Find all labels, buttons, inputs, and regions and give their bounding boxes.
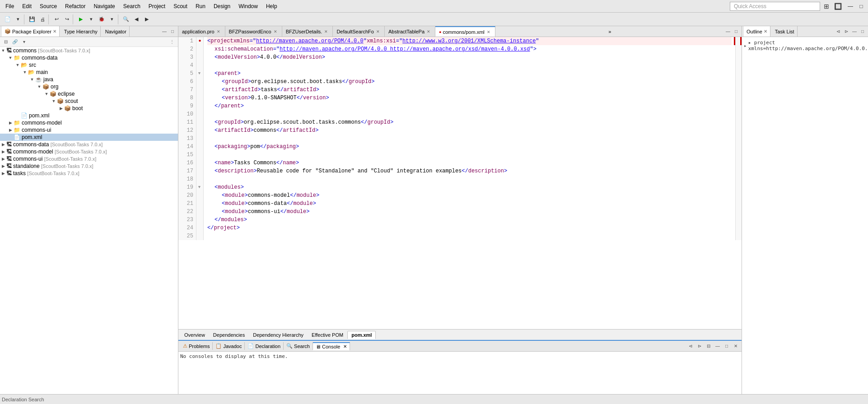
tree-item-boot[interactable]: ▶ 📦 boot xyxy=(0,105,178,112)
console-max-btn[interactable]: □ xyxy=(723,342,731,350)
arrow-boot[interactable]: ▶ xyxy=(58,105,64,111)
tab-package-explorer[interactable]: 📦 Package Explorer ✕ xyxy=(2,26,60,37)
toolbar-open-perspective[interactable]: 🔲 xyxy=(833,1,843,11)
toolbar-new[interactable]: 📄 xyxy=(3,14,13,24)
toolbar-run-dropdown[interactable]: ▾ xyxy=(86,14,96,24)
tab-task-list[interactable]: Task List xyxy=(772,26,798,37)
toolbar-run[interactable]: ▶ xyxy=(76,14,86,24)
menu-scout[interactable]: Scout xyxy=(170,2,191,11)
arrow-org[interactable]: ▼ xyxy=(36,84,42,90)
tree-item-commons[interactable]: ▼ 🏗 commons [ScoutBoot-Tasks 7.0.x] xyxy=(0,47,178,54)
outline-min-btn[interactable]: ⊲ xyxy=(835,28,842,35)
toolbar-debug[interactable]: 🐞 xyxy=(97,14,107,24)
fold-arrow-19[interactable]: ▼ xyxy=(198,183,201,191)
code-lines[interactable]: <project xmlns="http://maven.apache.org/… xyxy=(204,37,735,240)
tab-navigator[interactable]: Navigator xyxy=(103,26,130,37)
fold-arrow-5[interactable]: ▼ xyxy=(198,70,201,78)
tree-item-commons-data-proj[interactable]: ▶ 🏗 commons-data [ScoutBoot-Tasks 7.0.x] xyxy=(0,141,178,148)
toolbar-maximize[interactable]: □ xyxy=(856,1,866,11)
tree-item-commons-ui-proj[interactable]: ▶ 🏗 commons-ui [ScoutBoot-Tasks 7.0.x] xyxy=(0,155,178,163)
maximize-panel-btn[interactable]: □ xyxy=(169,28,176,35)
arrow-commons[interactable]: ▼ xyxy=(0,47,6,54)
menu-refactor[interactable]: Refactor xyxy=(61,2,89,11)
tab-bfz-password-enco-close[interactable]: ✕ xyxy=(273,29,278,34)
tab-commons-pom[interactable]: ● commons/pom.xml ✕ xyxy=(435,26,495,37)
tab-bfz-user-details-close[interactable]: ✕ xyxy=(323,29,329,34)
menu-file[interactable]: File xyxy=(2,2,18,11)
toolbar-forward[interactable]: ▶ xyxy=(142,14,152,24)
toolbar-perspectives[interactable]: ⊞ xyxy=(821,1,832,11)
tab-default-search-fo-close[interactable]: ✕ xyxy=(375,29,381,34)
toolbar-back[interactable]: ◀ xyxy=(131,14,141,24)
bottom-tab-pom-xml[interactable]: pom.xml xyxy=(347,331,376,339)
console-action-1[interactable]: ⊲ xyxy=(686,342,695,350)
quick-access-field[interactable]: Quick Access xyxy=(730,2,820,11)
outline-max-btn[interactable]: ⊳ xyxy=(843,28,850,35)
tree-item-pom-data[interactable]: ▶ 📄 pom.xml xyxy=(0,112,178,119)
tab-outline[interactable]: Outline ✕ xyxy=(744,26,770,37)
toolbar-undo[interactable]: ↩ xyxy=(51,14,61,24)
editor-minimize-btn[interactable]: — xyxy=(724,28,732,35)
toolbar-print[interactable]: 🖨 xyxy=(37,14,47,24)
link-with-editor-btn[interactable]: 🔗 xyxy=(11,38,19,46)
outline-expand-btn[interactable]: □ xyxy=(859,28,866,35)
arrow-src[interactable]: ▼ xyxy=(14,62,21,68)
tab-commons-pom-close[interactable]: ✕ xyxy=(486,29,491,35)
menu-help[interactable]: Help xyxy=(262,2,281,11)
collapse-all-btn[interactable]: ⊟ xyxy=(2,38,10,46)
minimize-panel-btn[interactable]: — xyxy=(161,28,168,35)
toolbar-minimize[interactable]: — xyxy=(845,1,855,11)
toolbar-redo[interactable]: ↪ xyxy=(62,14,72,24)
editor-tabs-overflow[interactable]: » xyxy=(607,29,613,34)
tab-bfz-password-enco[interactable]: BFZPasswordEnco ✕ xyxy=(225,26,282,37)
tree-item-standalone-proj[interactable]: ▶ 🏗 standalone [ScoutBoot-Tasks 7.0.x] xyxy=(0,163,178,170)
console-close[interactable]: ✕ xyxy=(343,344,347,349)
arrow-commons-data-proj[interactable]: ▶ xyxy=(0,141,6,148)
arrow-commons-ui-proj[interactable]: ▶ xyxy=(0,156,6,162)
menu-design[interactable]: Design xyxy=(210,2,234,11)
toolbar-search[interactable]: 🔍 xyxy=(121,14,131,24)
tab-abstract-table-pa-close[interactable]: ✕ xyxy=(426,29,431,34)
menu-source[interactable]: Source xyxy=(36,2,61,11)
bottom-tab-effective-pom[interactable]: Effective POM xyxy=(308,331,347,339)
console-tab-console[interactable]: 🖥 Console ✕ xyxy=(313,342,350,350)
arrow-eclipse[interactable]: ▼ xyxy=(43,91,50,97)
console-action-3[interactable]: ⊟ xyxy=(705,342,713,350)
tree-item-src[interactable]: ▼ 📂 src xyxy=(0,61,178,69)
console-tab-problems[interactable]: ⚠ Problems xyxy=(180,342,213,350)
bottom-tab-dependencies[interactable]: Dependencies xyxy=(209,331,249,339)
console-tab-javadoc[interactable]: 📋 Javadoc xyxy=(213,342,245,350)
arrow-commons-ui[interactable]: ▶ xyxy=(7,127,14,133)
tree-view-menu-btn[interactable]: ⋮ xyxy=(168,38,176,46)
tree-item-java[interactable]: ▼ ☕ java xyxy=(0,76,178,83)
bottom-tab-dependency-hierarchy[interactable]: Dependency Hierarchy xyxy=(249,331,308,339)
tree-item-main[interactable]: ▼ 📂 main xyxy=(0,69,178,76)
arrow-commons-model-proj[interactable]: ▶ xyxy=(0,149,6,155)
console-tab-search[interactable]: 🔍 Search xyxy=(284,342,313,350)
tab-application-pro[interactable]: application.pro ✕ xyxy=(178,26,225,37)
outline-collapse-btn[interactable]: — xyxy=(851,28,858,35)
tree-item-commons-ui[interactable]: ▶ 📁 commons-ui xyxy=(0,126,178,134)
arrow-scout[interactable]: ▼ xyxy=(51,98,57,104)
menu-run[interactable]: Run xyxy=(192,2,209,11)
menu-edit[interactable]: Edit xyxy=(19,2,35,11)
menu-navigate[interactable]: Navigate xyxy=(90,2,118,11)
tree-item-scout[interactable]: ▼ 📦 scout xyxy=(0,98,178,105)
arrow-standalone-proj[interactable]: ▶ xyxy=(0,163,6,169)
tree-filter-btn[interactable]: ▾ xyxy=(20,38,28,46)
tree-item-tasks-proj[interactable]: ▶ 🏗 tasks [ScoutBoot-Tasks 7.0.x] xyxy=(0,170,178,177)
tab-application-pro-close[interactable]: ✕ xyxy=(216,29,221,34)
outline-close[interactable]: ✕ xyxy=(764,29,767,34)
arrow-java[interactable]: ▼ xyxy=(29,76,35,83)
bottom-tab-overview[interactable]: Overview xyxy=(180,331,209,339)
menu-project[interactable]: Project xyxy=(145,2,169,11)
tree-item-commons-data[interactable]: ▼ 📁 commons-data xyxy=(0,54,178,61)
tree-container[interactable]: ▼ 🏗 commons [ScoutBoot-Tasks 7.0.x] ▼ 📁 … xyxy=(0,47,178,394)
arrow-tasks-proj[interactable]: ▶ xyxy=(0,170,6,176)
tab-abstract-table-pa[interactable]: AbstractTablePa ✕ xyxy=(385,26,435,37)
console-action-2[interactable]: ⊳ xyxy=(695,342,704,350)
package-explorer-close[interactable]: ✕ xyxy=(53,29,56,34)
tree-item-commons-model-proj[interactable]: ▶ 🏗 commons-model [ScoutBoot-Tasks 7.0.x… xyxy=(0,148,178,155)
toolbar-debug-dropdown[interactable]: ▾ xyxy=(107,14,117,24)
arrow-commons-data[interactable]: ▼ xyxy=(7,55,14,61)
